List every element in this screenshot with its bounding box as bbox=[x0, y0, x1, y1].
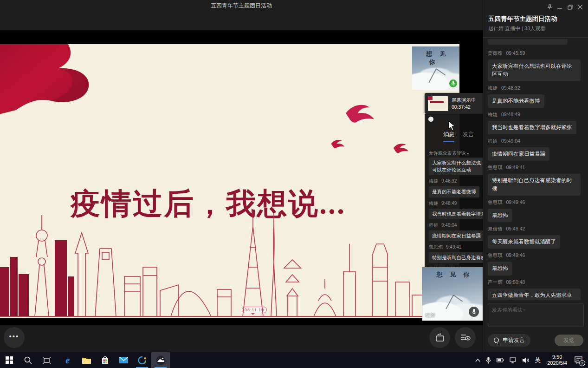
flag-graphic bbox=[0, 44, 104, 117]
search-icon[interactable] bbox=[19, 352, 37, 368]
overlay-message-list[interactable]: 大家听完有什么想法也可以在评论区互动 梅婕9:48:32 是真的不能老看微博 梅… bbox=[429, 158, 483, 267]
screen-share-statusbar[interactable]: 屏幕演示中 00:37:42 bbox=[425, 93, 483, 114]
clock-hand bbox=[436, 69, 446, 76]
network-icon[interactable] bbox=[507, 352, 520, 368]
mouse-cursor bbox=[448, 121, 456, 131]
clock-hand bbox=[446, 295, 454, 309]
raise-hand-mic-icon bbox=[493, 337, 500, 344]
share-status-label: 屏幕演示中 bbox=[452, 97, 476, 104]
poster-title: 想见你 bbox=[412, 50, 459, 66]
overlay-chat-message: 梅婕9:48:32 是真的不能老看微博 bbox=[429, 178, 483, 197]
battery-icon[interactable] bbox=[494, 352, 507, 368]
live-stage-window: 五四青年节主题团日活动 疫情过后，我想说... 08: bbox=[0, 0, 483, 352]
stream-title: 五四青年节主题团日活动 bbox=[0, 2, 483, 10]
overlay-chat-message: 大家听完有什么想法也可以在评论区互动 bbox=[429, 158, 483, 175]
chat-message: 栾薇薇09:45:59 大家听完有什么想法也可以在评论区互动 bbox=[488, 50, 586, 81]
live-chat-panel: 五四青年节主题团日活动 赵仁婧 直播中 | 33人观看 栾薇薇09:45:59 … bbox=[483, 0, 588, 352]
host-and-viewers: 赵仁婧 直播中 | 33人观看 bbox=[488, 25, 545, 32]
window-controls bbox=[544, 3, 585, 11]
overlay-tabs: 消息发言 bbox=[425, 131, 483, 142]
chat-visibility-button[interactable] bbox=[455, 327, 476, 348]
request-speak-button[interactable]: 申请发言 bbox=[488, 334, 530, 347]
edge-icon[interactable]: e bbox=[58, 352, 77, 368]
chat-message: 梅婕09:48:32 是真的不能老看微博 bbox=[488, 85, 586, 108]
action-center-icon[interactable]: 1 bbox=[571, 352, 588, 368]
microphone-tray-icon[interactable] bbox=[483, 352, 494, 368]
volume-icon[interactable] bbox=[520, 352, 532, 368]
notification-badge: 1 bbox=[579, 360, 585, 366]
more-options-button[interactable]: ••• bbox=[4, 327, 25, 348]
chat-message: 程娇09:49:04 疫情期间在家日益暴躁 bbox=[488, 138, 586, 161]
screen: 五四青年节主题团日活动 疫情过后，我想说... 08: bbox=[0, 0, 588, 368]
stage-control-bar bbox=[0, 325, 483, 352]
chat-message-list[interactable]: 栾薇薇09:45:59 大家听完有什么想法也可以在评论区互动 梅婕09:48:3… bbox=[488, 39, 586, 300]
clock-hand bbox=[453, 295, 463, 302]
file-explorer-icon[interactable] bbox=[77, 352, 96, 368]
overlay-chat-message: 梅婕9:48:49 我当时也是看着数字增多就好紧张 bbox=[429, 200, 483, 219]
send-button[interactable]: 发送 bbox=[555, 335, 583, 346]
clock-time: 9:50 bbox=[552, 354, 562, 360]
windows-taskbar: e bbox=[0, 352, 588, 368]
hidden-icons-chevron[interactable] bbox=[472, 352, 483, 368]
mic-on-icon bbox=[449, 79, 457, 87]
overlay-chat-message: 程娇9:49:04 疫情期间在家日益暴躁 bbox=[429, 222, 483, 241]
overlay-chat-message: 曾思琪9:49:41 特别是听到自己身边有感染者的时候 bbox=[429, 244, 483, 263]
share-thumbnail bbox=[428, 96, 448, 111]
bird-icon bbox=[393, 143, 408, 155]
chat-message bbox=[488, 39, 586, 46]
overlay-chat-panel: 消息发言 允许观众发表评论 大家听完有什么想法也可以在评论区互动 梅婕9:48:… bbox=[425, 114, 483, 267]
skyline-graphic bbox=[0, 197, 459, 318]
chat-message: 严一辉09:50:48 五四争做新青年，敢为人先追求卓越 bbox=[488, 279, 586, 301]
overlay-tab[interactable]: 消息 bbox=[443, 131, 454, 142]
share-duration: 00:37:42 bbox=[452, 104, 476, 111]
store-icon[interactable] bbox=[96, 352, 114, 368]
clock[interactable]: 9:50 2020/5/4 bbox=[543, 352, 571, 368]
chat-message: 曾思琪09:49:41 特别是听到自己身边有感染者的时候 bbox=[488, 164, 586, 196]
chat-message: 夏倩倩09:49:42 每天醒来就看数据就清醒了 bbox=[488, 226, 586, 249]
meeting-app-icon[interactable] bbox=[133, 352, 151, 368]
comment-input[interactable] bbox=[488, 303, 584, 327]
mail-icon[interactable] bbox=[114, 352, 133, 368]
participant-name: 程娇 bbox=[425, 311, 435, 318]
clock-date: 2020/5/4 bbox=[547, 360, 567, 366]
close-icon[interactable] bbox=[575, 3, 585, 11]
chat-message: 曾思琪09:49:46 最恐怖 bbox=[488, 199, 586, 222]
switch-view-button[interactable] bbox=[429, 327, 450, 348]
status-dot bbox=[428, 117, 433, 122]
live-app-icon-active[interactable] bbox=[151, 352, 170, 368]
poster-title: 想见你 bbox=[422, 270, 483, 279]
mic-icon[interactable] bbox=[469, 307, 479, 317]
overlay-tab[interactable]: 发言 bbox=[463, 131, 474, 142]
bird-icon bbox=[344, 103, 374, 127]
chat-message: 曾思琪09:49:46 最恐怖 bbox=[488, 252, 586, 275]
shared-slide: 疫情过后，我想说... 08:11.10 bbox=[0, 44, 459, 318]
video-tile-participant[interactable]: 想见你 程娇 bbox=[422, 267, 483, 321]
live-title: 五四青年节主题团日活动 bbox=[488, 15, 557, 23]
ime-indicator[interactable]: 英 bbox=[532, 352, 543, 368]
task-view-icon[interactable] bbox=[37, 352, 56, 368]
chat-message: 梅婕09:48:49 我当时也是看着数字增多就好紧张 bbox=[488, 112, 586, 134]
system-tray: 英 9:50 2020/5/4 1 bbox=[472, 352, 588, 368]
pin-icon[interactable] bbox=[544, 3, 555, 11]
bird-icon bbox=[330, 139, 344, 150]
minimize-icon[interactable] bbox=[555, 3, 565, 11]
clock-hand bbox=[428, 69, 437, 83]
comment-permission-dropdown[interactable]: 允许观众发表评论 bbox=[429, 150, 469, 157]
start-button[interactable] bbox=[0, 352, 19, 368]
restore-icon[interactable] bbox=[565, 3, 575, 11]
video-tile-host[interactable]: 想见你 bbox=[412, 46, 459, 90]
divider bbox=[483, 37, 588, 38]
